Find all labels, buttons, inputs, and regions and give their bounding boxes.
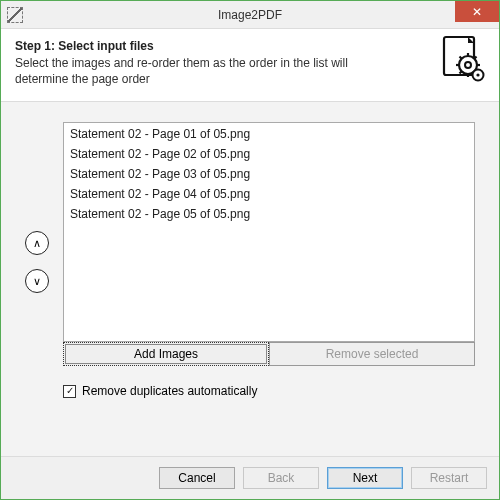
list-item[interactable]: Statement 02 - Page 03 of 05.png	[64, 164, 474, 184]
cancel-button[interactable]: Cancel	[159, 467, 235, 489]
file-list[interactable]: Statement 02 - Page 01 of 05.png Stateme…	[63, 122, 475, 342]
next-button[interactable]: Next	[327, 467, 403, 489]
chevron-down-icon: ∨	[33, 275, 41, 288]
title-bar: Image2PDF ✕	[1, 1, 499, 29]
svg-line-10	[460, 57, 462, 59]
wizard-body: ∧ ∨ Statement 02 - Page 01 of 05.png Sta…	[1, 102, 499, 456]
move-up-button[interactable]: ∧	[25, 231, 49, 255]
app-window: Image2PDF ✕ Step 1: Select input files S…	[0, 0, 500, 500]
remove-selected-button[interactable]: Remove selected	[269, 342, 475, 366]
svg-point-12	[476, 73, 479, 76]
svg-line-7	[474, 57, 476, 59]
svg-line-8	[460, 71, 462, 73]
back-button[interactable]: Back	[243, 467, 319, 489]
restart-button[interactable]: Restart	[411, 467, 487, 489]
wizard-header: Step 1: Select input files Select the im…	[1, 29, 499, 102]
chevron-up-icon: ∧	[33, 237, 41, 250]
list-item[interactable]: Statement 02 - Page 05 of 05.png	[64, 204, 474, 224]
reorder-controls: ∧ ∨	[25, 231, 53, 293]
checkbox-label: Remove duplicates automatically	[82, 384, 257, 398]
remove-duplicates-option[interactable]: ✓ Remove duplicates automatically	[63, 384, 475, 398]
checkbox[interactable]: ✓	[63, 385, 76, 398]
list-item[interactable]: Statement 02 - Page 04 of 05.png	[64, 184, 474, 204]
wizard-footer: Cancel Back Next Restart	[1, 456, 499, 499]
list-button-row: Add Images Remove selected	[63, 342, 475, 366]
svg-point-2	[465, 62, 471, 68]
check-icon: ✓	[66, 386, 74, 396]
window-title: Image2PDF	[1, 8, 499, 22]
file-list-area: ∧ ∨ Statement 02 - Page 01 of 05.png Sta…	[25, 122, 475, 342]
close-icon: ✕	[472, 5, 482, 19]
settings-gear-icon	[441, 35, 485, 83]
step-title: Step 1: Select input files	[15, 39, 485, 53]
app-icon	[7, 7, 23, 23]
add-images-button[interactable]: Add Images	[63, 342, 269, 366]
move-down-button[interactable]: ∨	[25, 269, 49, 293]
list-item[interactable]: Statement 02 - Page 01 of 05.png	[64, 124, 474, 144]
step-description: Select the images and re-order them as t…	[15, 55, 385, 87]
close-button[interactable]: ✕	[455, 1, 499, 22]
list-item[interactable]: Statement 02 - Page 02 of 05.png	[64, 144, 474, 164]
